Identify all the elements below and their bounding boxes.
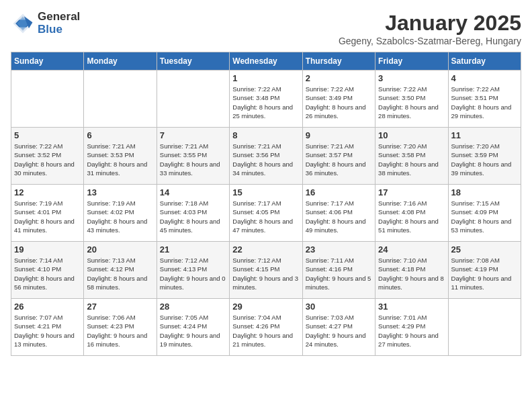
day-info: Sunrise: 7:13 AM Sunset: 4:12 PM Dayligh…	[87, 256, 153, 291]
day-number: 9	[306, 130, 372, 140]
day-info: Sunrise: 7:20 AM Sunset: 3:58 PM Dayligh…	[378, 142, 445, 177]
day-number: 22	[232, 244, 299, 255]
day-number: 3	[378, 73, 445, 83]
day-info: Sunrise: 7:17 AM Sunset: 4:06 PM Dayligh…	[306, 199, 372, 234]
day-number: 13	[87, 187, 153, 197]
calendar-header-tuesday: Tuesday	[157, 52, 229, 71]
calendar-cell: 9Sunrise: 7:21 AM Sunset: 3:57 PM Daylig…	[302, 128, 375, 185]
day-number: 26	[14, 302, 81, 312]
calendar-cell: 18Sunrise: 7:15 AM Sunset: 4:09 PM Dayli…	[448, 185, 521, 242]
day-info: Sunrise: 7:03 AM Sunset: 4:27 PM Dayligh…	[306, 313, 372, 349]
month-title: January 2025	[339, 11, 521, 36]
logo-blue: Blue	[38, 24, 80, 36]
calendar-cell: 30Sunrise: 7:03 AM Sunset: 4:27 PM Dayli…	[302, 299, 375, 356]
calendar-week-row: 12Sunrise: 7:19 AM Sunset: 4:01 PM Dayli…	[11, 185, 521, 242]
day-info: Sunrise: 7:01 AM Sunset: 4:29 PM Dayligh…	[378, 313, 445, 349]
calendar-cell: 31Sunrise: 7:01 AM Sunset: 4:29 PM Dayli…	[375, 299, 448, 356]
day-info: Sunrise: 7:21 AM Sunset: 3:53 PM Dayligh…	[87, 142, 153, 177]
calendar-cell	[157, 71, 229, 128]
day-number: 27	[87, 302, 153, 312]
day-info: Sunrise: 7:07 AM Sunset: 4:21 PM Dayligh…	[14, 313, 81, 349]
calendar-week-row: 19Sunrise: 7:14 AM Sunset: 4:10 PM Dayli…	[11, 242, 521, 299]
title-block: January 2025 Gegeny, Szabolcs-Szatmar-Be…	[339, 11, 521, 46]
day-number: 10	[378, 130, 445, 140]
day-number: 31	[378, 302, 445, 312]
day-info: Sunrise: 7:15 AM Sunset: 4:09 PM Dayligh…	[451, 199, 518, 234]
day-info: Sunrise: 7:18 AM Sunset: 4:03 PM Dayligh…	[160, 199, 226, 234]
calendar-week-row: 1Sunrise: 7:22 AM Sunset: 3:48 PM Daylig…	[11, 71, 521, 128]
calendar-cell: 23Sunrise: 7:11 AM Sunset: 4:16 PM Dayli…	[302, 242, 375, 299]
day-number: 1	[232, 73, 299, 83]
calendar-cell: 15Sunrise: 7:17 AM Sunset: 4:05 PM Dayli…	[230, 185, 302, 242]
day-number: 2	[306, 73, 372, 83]
calendar-cell: 29Sunrise: 7:04 AM Sunset: 4:26 PM Dayli…	[230, 299, 302, 356]
day-number: 29	[232, 302, 299, 312]
calendar-cell: 21Sunrise: 7:12 AM Sunset: 4:13 PM Dayli…	[157, 242, 229, 299]
calendar-cell: 12Sunrise: 7:19 AM Sunset: 4:01 PM Dayli…	[11, 185, 84, 242]
calendar-cell: 25Sunrise: 7:08 AM Sunset: 4:19 PM Dayli…	[448, 242, 521, 299]
day-info: Sunrise: 7:12 AM Sunset: 4:15 PM Dayligh…	[232, 256, 299, 291]
day-info: Sunrise: 7:08 AM Sunset: 4:19 PM Dayligh…	[451, 256, 518, 291]
day-info: Sunrise: 7:22 AM Sunset: 3:51 PM Dayligh…	[451, 85, 518, 120]
calendar-header-thursday: Thursday	[302, 52, 375, 71]
location-subtitle: Gegeny, Szabolcs-Szatmar-Bereg, Hungary	[339, 36, 521, 46]
calendar-cell: 6Sunrise: 7:21 AM Sunset: 3:53 PM Daylig…	[84, 128, 157, 185]
day-info: Sunrise: 7:21 AM Sunset: 3:57 PM Dayligh…	[306, 142, 372, 177]
calendar-cell	[448, 299, 521, 356]
calendar-cell: 27Sunrise: 7:06 AM Sunset: 4:23 PM Dayli…	[84, 299, 157, 356]
day-number: 18	[451, 187, 518, 197]
day-info: Sunrise: 7:22 AM Sunset: 3:48 PM Dayligh…	[232, 85, 299, 120]
day-number: 25	[451, 244, 518, 255]
day-number: 16	[306, 187, 372, 197]
page-header: General Blue January 2025 Gegeny, Szabol…	[11, 11, 521, 46]
calendar-header-wednesday: Wednesday	[230, 52, 302, 71]
day-number: 20	[87, 244, 153, 255]
calendar-cell: 10Sunrise: 7:20 AM Sunset: 3:58 PM Dayli…	[375, 128, 448, 185]
calendar-cell: 14Sunrise: 7:18 AM Sunset: 4:03 PM Dayli…	[157, 185, 229, 242]
calendar-cell: 13Sunrise: 7:19 AM Sunset: 4:02 PM Dayli…	[84, 185, 157, 242]
calendar-cell: 5Sunrise: 7:22 AM Sunset: 3:52 PM Daylig…	[11, 128, 84, 185]
day-number: 5	[14, 130, 81, 140]
logo-text: General Blue	[38, 11, 80, 36]
day-number: 14	[160, 187, 226, 197]
logo-icon	[11, 11, 35, 36]
day-number: 24	[378, 244, 445, 255]
day-info: Sunrise: 7:04 AM Sunset: 4:26 PM Dayligh…	[232, 313, 299, 349]
calendar-cell	[11, 71, 84, 128]
day-number: 19	[14, 244, 81, 255]
calendar-header-monday: Monday	[84, 52, 157, 71]
calendar-table: SundayMondayTuesdayWednesdayThursdayFrid…	[11, 52, 521, 356]
calendar-cell: 16Sunrise: 7:17 AM Sunset: 4:06 PM Dayli…	[302, 185, 375, 242]
day-number: 17	[378, 187, 445, 197]
calendar-cell: 26Sunrise: 7:07 AM Sunset: 4:21 PM Dayli…	[11, 299, 84, 356]
day-info: Sunrise: 7:14 AM Sunset: 4:10 PM Dayligh…	[14, 256, 81, 291]
day-info: Sunrise: 7:06 AM Sunset: 4:23 PM Dayligh…	[87, 313, 153, 349]
day-number: 4	[451, 73, 518, 83]
logo-general: General	[38, 11, 80, 24]
day-info: Sunrise: 7:19 AM Sunset: 4:02 PM Dayligh…	[87, 199, 153, 234]
day-info: Sunrise: 7:22 AM Sunset: 3:50 PM Dayligh…	[378, 85, 445, 120]
calendar-cell: 11Sunrise: 7:20 AM Sunset: 3:59 PM Dayli…	[448, 128, 521, 185]
day-number: 6	[87, 130, 153, 140]
day-info: Sunrise: 7:22 AM Sunset: 3:52 PM Dayligh…	[14, 142, 81, 177]
calendar-cell: 28Sunrise: 7:05 AM Sunset: 4:24 PM Dayli…	[157, 299, 229, 356]
calendar-week-row: 26Sunrise: 7:07 AM Sunset: 4:21 PM Dayli…	[11, 299, 521, 356]
calendar-cell: 19Sunrise: 7:14 AM Sunset: 4:10 PM Dayli…	[11, 242, 84, 299]
day-info: Sunrise: 7:22 AM Sunset: 3:49 PM Dayligh…	[306, 85, 372, 120]
calendar-header-row: SundayMondayTuesdayWednesdayThursdayFrid…	[11, 52, 521, 71]
day-info: Sunrise: 7:11 AM Sunset: 4:16 PM Dayligh…	[306, 256, 372, 291]
day-info: Sunrise: 7:10 AM Sunset: 4:18 PM Dayligh…	[378, 256, 445, 291]
calendar-week-row: 5Sunrise: 7:22 AM Sunset: 3:52 PM Daylig…	[11, 128, 521, 185]
day-number: 21	[160, 244, 226, 255]
day-info: Sunrise: 7:05 AM Sunset: 4:24 PM Dayligh…	[160, 313, 226, 349]
day-info: Sunrise: 7:21 AM Sunset: 3:55 PM Dayligh…	[160, 142, 226, 177]
day-number: 11	[451, 130, 518, 140]
day-number: 7	[160, 130, 226, 140]
calendar-header-sunday: Sunday	[11, 52, 84, 71]
calendar-cell: 3Sunrise: 7:22 AM Sunset: 3:50 PM Daylig…	[375, 71, 448, 128]
day-info: Sunrise: 7:19 AM Sunset: 4:01 PM Dayligh…	[14, 199, 81, 234]
day-number: 15	[232, 187, 299, 197]
day-number: 30	[306, 302, 372, 312]
day-info: Sunrise: 7:17 AM Sunset: 4:05 PM Dayligh…	[232, 199, 299, 234]
day-number: 28	[160, 302, 226, 312]
